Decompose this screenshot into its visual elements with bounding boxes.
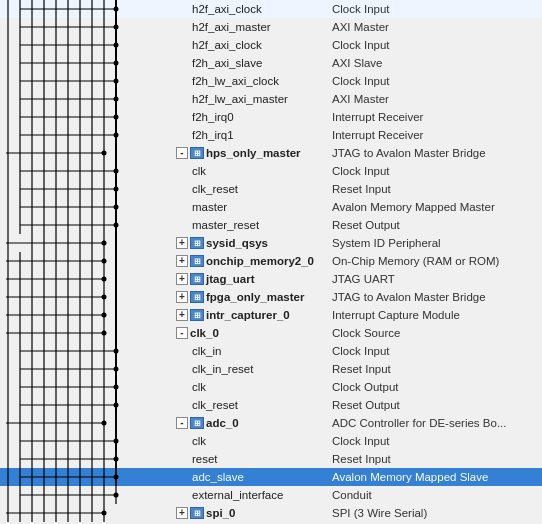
name-cell: clk_in_reset — [170, 360, 330, 378]
table-row[interactable]: h2f_lw_axi_masterAXI Master — [0, 90, 542, 108]
table-row[interactable]: +⊞jtag_uartJTAG UART — [0, 270, 542, 288]
name-cell: h2f_axi_clock — [170, 0, 330, 18]
tree-part — [0, 288, 170, 306]
tree-part — [0, 396, 170, 414]
type-cell: JTAG to Avalon Master Bridge — [330, 288, 542, 306]
name-cell: clk — [170, 378, 330, 396]
table-row[interactable]: master_resetReset Output — [0, 216, 542, 234]
table-row[interactable]: clkClock Output — [0, 378, 542, 396]
table-row[interactable]: f2h_irq1Interrupt Receiver — [0, 126, 542, 144]
name-cell: f2h_irq0 — [170, 108, 330, 126]
main-container: h2f_axi_clockClock Inputh2f_axi_masterAX… — [0, 0, 542, 524]
table-row[interactable]: f2h_lw_axi_clockClock Input — [0, 72, 542, 90]
tree-part — [0, 108, 170, 126]
tree-part — [0, 504, 170, 522]
name-cell: clk_reset — [170, 180, 330, 198]
table-row[interactable]: clk_resetReset Output — [0, 396, 542, 414]
tree-part — [0, 414, 170, 432]
info-part: +⊞intr_capturer_0Interrupt Capture Modul… — [170, 306, 542, 324]
type-cell: Clock Input — [330, 342, 542, 360]
name-cell: master_reset — [170, 216, 330, 234]
name-text: clk — [192, 378, 206, 396]
tree-part — [0, 342, 170, 360]
info-part: clk_inClock Input — [170, 342, 542, 360]
table-row[interactable]: h2f_axi_masterAXI Master — [0, 18, 542, 36]
table-row[interactable]: resetReset Input — [0, 450, 542, 468]
info-part: h2f_axi_masterAXI Master — [170, 18, 542, 36]
tree-part — [0, 198, 170, 216]
table-row[interactable]: h2f_axi_clockClock Input — [0, 36, 542, 54]
name-text: f2h_irq0 — [192, 108, 234, 126]
name-text: clk_0 — [190, 324, 219, 342]
table-row[interactable]: -⊞adc_0ADC Controller for DE-series Bo..… — [0, 414, 542, 432]
name-text: master — [192, 198, 227, 216]
table-row[interactable]: -clk_0Clock Source — [0, 324, 542, 342]
expand-icon[interactable]: + — [176, 237, 188, 249]
table-row[interactable]: clkClock Input — [0, 432, 542, 450]
info-part: clk_in_resetReset Input — [170, 360, 542, 378]
expand-icon[interactable]: + — [176, 291, 188, 303]
table-row[interactable]: clk_in_resetReset Input — [0, 360, 542, 378]
info-part: f2h_irq1Interrupt Receiver — [170, 126, 542, 144]
type-cell: AXI Master — [330, 18, 542, 36]
table-row[interactable]: -⊞hps_only_masterJTAG to Avalon Master B… — [0, 144, 542, 162]
table-row[interactable]: external_interfaceConduit — [0, 486, 542, 504]
tree-part — [0, 144, 170, 162]
name-text: clk_reset — [192, 180, 238, 198]
name-cell: adc_slave — [170, 468, 330, 486]
type-cell: Clock Input — [330, 0, 542, 18]
name-cell: -⊞hps_only_master — [170, 144, 330, 162]
info-part: f2h_irq0Interrupt Receiver — [170, 108, 542, 126]
name-cell: clk — [170, 162, 330, 180]
info-part: h2f_lw_axi_masterAXI Master — [170, 90, 542, 108]
tree-part — [0, 306, 170, 324]
table-row[interactable]: f2h_irq0Interrupt Receiver — [0, 108, 542, 126]
expand-icon[interactable]: + — [176, 273, 188, 285]
info-part: clkClock Input — [170, 432, 542, 450]
type-cell: Clock Input — [330, 162, 542, 180]
name-text: master_reset — [192, 216, 259, 234]
type-cell: Clock Input — [330, 72, 542, 90]
table-row[interactable]: +⊞spi_0SPI (3 Wire Serial) — [0, 504, 542, 522]
type-cell: Reset Output — [330, 216, 542, 234]
name-text: h2f_axi_master — [192, 18, 271, 36]
table-row[interactable]: +⊞onchip_memory2_0On-Chip Memory (RAM or… — [0, 252, 542, 270]
component-icon: ⊞ — [190, 147, 204, 159]
table-row[interactable]: clk_resetReset Input — [0, 180, 542, 198]
component-icon: ⊞ — [190, 237, 204, 249]
type-cell: Reset Output — [330, 396, 542, 414]
table-row[interactable]: adc_slaveAvalon Memory Mapped Slave — [0, 468, 542, 486]
table-row[interactable]: clk_inClock Input — [0, 342, 542, 360]
type-cell: ADC Controller for DE-series Bo... — [330, 414, 542, 432]
name-cell: -⊞adc_0 — [170, 414, 330, 432]
name-cell: +⊞intr_capturer_0 — [170, 306, 330, 324]
table-row[interactable]: +⊞intr_capturer_0Interrupt Capture Modul… — [0, 306, 542, 324]
name-cell: +⊞jtag_uart — [170, 270, 330, 288]
table-row[interactable]: masterAvalon Memory Mapped Master — [0, 198, 542, 216]
expand-icon[interactable]: + — [176, 507, 188, 519]
component-icon: ⊞ — [190, 273, 204, 285]
tree-part — [0, 234, 170, 252]
tree-part — [0, 252, 170, 270]
expand-icon[interactable]: - — [176, 417, 188, 429]
expand-icon[interactable]: + — [176, 255, 188, 267]
name-text: f2h_axi_slave — [192, 54, 262, 72]
expand-icon[interactable]: - — [176, 147, 188, 159]
table-row[interactable]: clkClock Input — [0, 162, 542, 180]
name-text: sysid_qsys — [206, 234, 268, 252]
type-cell: SPI (3 Wire Serial) — [330, 504, 542, 522]
info-part: +⊞jtag_uartJTAG UART — [170, 270, 542, 288]
tree-part — [0, 216, 170, 234]
info-part: clk_resetReset Input — [170, 180, 542, 198]
type-cell: Interrupt Receiver — [330, 126, 542, 144]
tree-part — [0, 432, 170, 450]
component-icon: ⊞ — [190, 507, 204, 519]
expand-icon[interactable]: + — [176, 309, 188, 321]
table-row[interactable]: +⊞fpga_only_masterJTAG to Avalon Master … — [0, 288, 542, 306]
info-part: f2h_axi_slaveAXI Slave — [170, 54, 542, 72]
expand-icon[interactable]: - — [176, 327, 188, 339]
name-text: clk — [192, 162, 206, 180]
table-row[interactable]: +⊞sysid_qsysSystem ID Peripheral — [0, 234, 542, 252]
table-row[interactable]: f2h_axi_slaveAXI Slave — [0, 54, 542, 72]
table-row[interactable]: h2f_axi_clockClock Input — [0, 0, 542, 18]
